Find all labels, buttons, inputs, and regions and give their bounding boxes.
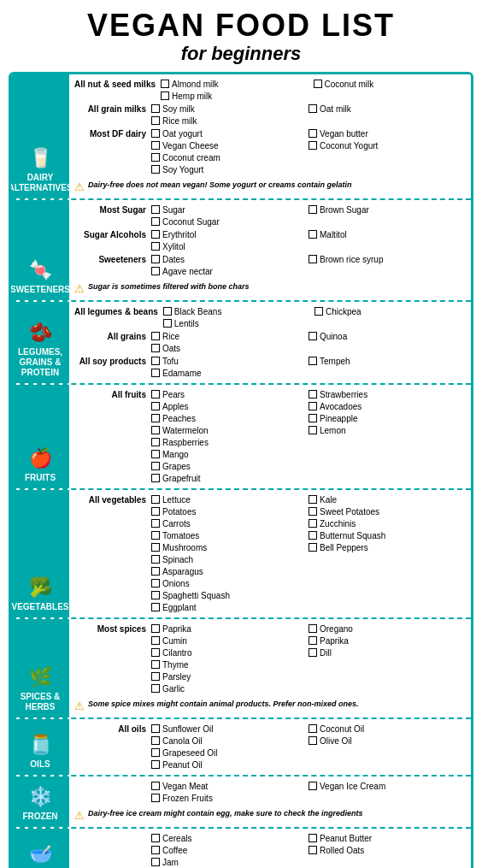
item-text: Parsley <box>162 671 191 682</box>
checkbox[interactable] <box>309 648 317 657</box>
check-item: Coconut cream <box>151 152 466 163</box>
checkbox[interactable] <box>151 369 160 377</box>
checkbox[interactable] <box>309 402 317 410</box>
check-item: Cumin <box>151 635 309 647</box>
checkbox[interactable] <box>151 736 160 745</box>
checkbox[interactable] <box>151 141 160 150</box>
warning-text: Sugar is sometimes filtered with bone ch… <box>88 282 250 291</box>
item-col: Vegan butterCoconut Yogurt <box>309 128 466 152</box>
section-content-spices: Most spicesPaprikaCuminCilantroOreganoPa… <box>69 619 471 717</box>
checkbox[interactable] <box>151 660 160 669</box>
checkbox[interactable] <box>151 165 160 174</box>
checkbox[interactable] <box>314 307 323 316</box>
checkbox[interactable] <box>151 858 160 866</box>
checkbox[interactable] <box>161 80 169 88</box>
checkbox[interactable] <box>151 104 160 113</box>
checkbox[interactable] <box>309 357 317 365</box>
checkbox[interactable] <box>151 462 160 470</box>
item-col: Oat milk <box>309 103 466 115</box>
checkbox[interactable] <box>309 332 317 340</box>
item-text: Hemp milk <box>172 91 212 102</box>
checkbox[interactable] <box>309 495 317 504</box>
checkbox[interactable] <box>309 129 317 138</box>
checkbox[interactable] <box>309 507 317 516</box>
checkbox[interactable] <box>151 519 160 528</box>
checkbox[interactable] <box>309 531 317 540</box>
row-group: Most DF dairyOat yogurtVegan CheeseVegan… <box>74 128 466 176</box>
checkbox[interactable] <box>309 636 317 645</box>
checkbox[interactable] <box>151 782 160 790</box>
checkbox[interactable] <box>151 242 160 251</box>
item-col: Soy milk <box>151 103 309 115</box>
checkbox[interactable] <box>151 255 160 263</box>
checkbox[interactable] <box>151 332 160 340</box>
checkbox[interactable] <box>309 834 317 842</box>
checkbox[interactable] <box>309 724 317 733</box>
checkbox[interactable] <box>163 319 172 328</box>
checkbox[interactable] <box>151 603 160 611</box>
checkbox[interactable] <box>309 414 317 422</box>
checkbox[interactable] <box>151 555 160 564</box>
checkbox[interactable] <box>151 357 160 365</box>
checkbox[interactable] <box>151 230 160 239</box>
check-item: Tomatoes <box>151 530 309 541</box>
checkbox[interactable] <box>309 205 317 214</box>
row-label: All nut & seed milks <box>74 79 161 89</box>
checkbox[interactable] <box>151 567 160 576</box>
checkbox[interactable] <box>151 217 160 226</box>
checkbox[interactable] <box>309 736 317 745</box>
checkbox[interactable] <box>151 579 160 588</box>
checkbox[interactable] <box>314 80 322 88</box>
checkbox[interactable] <box>151 724 160 733</box>
check-item: Avocadoes <box>309 401 466 412</box>
checkbox[interactable] <box>309 141 317 150</box>
checkbox[interactable] <box>309 782 317 790</box>
checkbox[interactable] <box>151 474 160 482</box>
items-cols: ErythritolMaltitolXylitol <box>151 229 466 253</box>
checkbox[interactable] <box>151 495 160 504</box>
item-col: Almond milk <box>161 79 313 91</box>
checkbox[interactable] <box>309 104 317 113</box>
checkbox[interactable] <box>151 591 160 599</box>
checkbox[interactable] <box>151 402 160 410</box>
checkbox[interactable] <box>151 748 160 757</box>
checkbox[interactable] <box>151 636 160 645</box>
checkbox[interactable] <box>151 205 160 214</box>
checkbox[interactable] <box>151 672 160 681</box>
checkbox[interactable] <box>151 267 160 275</box>
checkbox[interactable] <box>309 846 317 854</box>
checkbox[interactable] <box>309 426 317 434</box>
oils-label-text: OILS <box>30 759 50 770</box>
checkbox[interactable] <box>151 834 160 842</box>
checkbox[interactable] <box>151 438 160 446</box>
checkbox[interactable] <box>151 543 160 552</box>
row-group: All oilsSunflower OilCanola OilCoconut O… <box>74 723 466 771</box>
checkbox[interactable] <box>151 153 160 162</box>
checkbox[interactable] <box>161 92 169 100</box>
checkbox[interactable] <box>151 684 160 693</box>
checkbox[interactable] <box>309 390 317 399</box>
checkbox[interactable] <box>151 390 160 399</box>
checkbox[interactable] <box>151 846 160 854</box>
item-text: Coconut Yogurt <box>320 140 378 151</box>
checkbox[interactable] <box>151 129 160 138</box>
checkbox[interactable] <box>309 519 317 528</box>
checkbox[interactable] <box>309 255 317 263</box>
checkbox[interactable] <box>151 624 160 633</box>
checkbox[interactable] <box>151 116 160 125</box>
section-label-frozen: ❄️FROZEN <box>11 776 69 827</box>
checkbox[interactable] <box>309 230 317 239</box>
checkbox[interactable] <box>151 760 160 769</box>
checkbox[interactable] <box>151 648 160 657</box>
checkbox[interactable] <box>151 531 160 540</box>
checkbox[interactable] <box>309 624 317 633</box>
checkbox[interactable] <box>151 426 160 434</box>
checkbox[interactable] <box>151 794 160 802</box>
checkbox[interactable] <box>151 507 160 516</box>
checkbox[interactable] <box>151 344 160 352</box>
checkbox[interactable] <box>309 543 317 552</box>
checkbox[interactable] <box>151 450 160 458</box>
check-item: Rice <box>151 331 309 342</box>
checkbox[interactable] <box>151 414 160 422</box>
checkbox[interactable] <box>163 307 172 316</box>
